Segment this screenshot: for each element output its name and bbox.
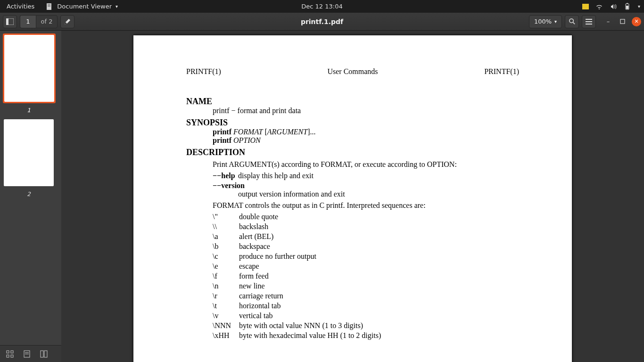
menu-button[interactable] — [582, 15, 596, 28]
escape-sequence-row: \aalert (BEL) — [213, 232, 519, 241]
svg-rect-13 — [586, 24, 592, 25]
page-viewer[interactable]: PRINTF(1) User Commands PRINTF(1) NAME p… — [61, 31, 644, 362]
svg-rect-22 — [41, 351, 43, 357]
minimize-button[interactable]: – — [603, 17, 613, 26]
clock[interactable]: Dec 12 13:04 — [301, 3, 342, 10]
svg-line-10 — [573, 22, 575, 24]
svg-rect-12 — [586, 21, 592, 22]
zoom-selector[interactable]: 100% ▾ — [529, 15, 562, 28]
header-center: User Commands — [327, 67, 378, 76]
annotate-button[interactable] — [60, 15, 74, 28]
svg-rect-3 — [48, 6, 50, 7]
total-pages-label: of 2 — [36, 15, 58, 28]
close-button[interactable]: ✕ — [632, 17, 641, 26]
header-right: PRINTF(1) — [484, 67, 519, 76]
svg-rect-1 — [48, 4, 50, 5]
zoom-value: 100% — [534, 18, 552, 25]
escape-sequence-row: \nnew line — [213, 282, 519, 290]
svg-rect-5 — [627, 3, 628, 4]
section-description: DESCRIPTION — [186, 148, 519, 157]
escape-sequence-row: \"double quote — [213, 213, 519, 221]
svg-rect-6 — [626, 6, 628, 9]
escape-sequence-row: \eescape — [213, 262, 519, 271]
document-viewer-window: 1 of 2 printf.1.pdf 100% ▾ – ✕ — [0, 13, 644, 362]
toolbar: 1 of 2 printf.1.pdf 100% ▾ – ✕ — [0, 13, 644, 31]
side-pane-toggle[interactable] — [3, 15, 17, 28]
notification-icon[interactable] — [582, 4, 589, 9]
svg-rect-8 — [6, 18, 8, 25]
svg-rect-16 — [11, 351, 13, 353]
sidebar: 1 2 — [0, 31, 61, 362]
svg-rect-14 — [620, 19, 625, 24]
document-viewer-icon — [46, 3, 53, 10]
name-line: printf − format and print data — [213, 107, 519, 115]
option-help: −−help display this help and exit — [213, 172, 519, 180]
svg-point-9 — [569, 19, 573, 23]
view-annotations-button[interactable] — [37, 348, 51, 360]
search-button[interactable] — [565, 15, 579, 28]
svg-rect-23 — [44, 351, 47, 357]
activities-button[interactable]: Activities — [0, 3, 41, 10]
wifi-icon[interactable] — [595, 3, 603, 10]
view-thumbnails-button[interactable] — [3, 348, 17, 360]
view-outline-button[interactable] — [20, 348, 34, 360]
escape-sequence-row: \NNNbyte with octal value NNN (1 to 3 di… — [213, 321, 519, 330]
thumbnail-page-2[interactable]: 2 — [3, 118, 55, 197]
sidebar-footer — [0, 345, 61, 362]
current-page-input[interactable]: 1 — [20, 15, 36, 28]
content-area: 1 2 — [0, 31, 644, 362]
option-version: −−version output version information and… — [213, 181, 519, 198]
synopsis-line-2: printf OPTION — [213, 136, 519, 145]
chevron-down-icon: ▾ — [116, 4, 118, 9]
section-synopsis: SYNOPSIS — [186, 118, 519, 128]
escape-sequence-row: \cproduce no further output — [213, 252, 519, 261]
battery-icon[interactable] — [624, 3, 631, 10]
escape-sequence-row: \xHHbyte with hexadecimal value HH (1 to… — [213, 331, 519, 340]
maximize-button[interactable] — [618, 17, 627, 26]
top-panel: Activities Document Viewer ▾ Dec 12 13:0… — [0, 0, 644, 13]
system-tray: ▾ — [582, 3, 640, 10]
escape-sequence-row: \rcarriage return — [213, 292, 519, 300]
svg-rect-11 — [586, 19, 592, 20]
svg-rect-17 — [7, 355, 9, 357]
thumbnail-label: 1 — [3, 107, 55, 114]
app-menu[interactable]: Document Viewer ▾ — [41, 3, 123, 10]
pdf-page: PRINTF(1) User Commands PRINTF(1) NAME p… — [133, 35, 572, 362]
man-header: PRINTF(1) User Commands PRINTF(1) — [186, 67, 519, 76]
chevron-down-icon: ▾ — [554, 19, 557, 24]
escape-sequence-list: \"double quote\\backslash\aalert (BEL)\b… — [186, 213, 519, 340]
escape-sequence-row: \\backslash — [213, 222, 519, 231]
section-name: NAME — [186, 97, 519, 107]
window-controls: – ✕ — [603, 17, 641, 26]
svg-rect-15 — [7, 351, 9, 353]
page-selector: 1 of 2 — [20, 15, 58, 28]
thumbnail-label: 2 — [3, 191, 55, 197]
chevron-down-icon[interactable]: ▾ — [638, 4, 640, 9]
escape-sequence-row: \fform feed — [213, 272, 519, 280]
document-title: printf.1.pdf — [301, 18, 343, 25]
description-intro: Print ARGUMENT(s) according to FORMAT, o… — [213, 160, 519, 169]
thumbnail-list: 1 2 — [0, 31, 61, 345]
escape-sequence-row: \bbackspace — [213, 242, 519, 251]
synopsis-line-1: printf FORMAT [ARGUMENT]... — [213, 128, 519, 136]
header-left: PRINTF(1) — [186, 67, 221, 76]
escape-sequence-row: \vvertical tab — [213, 312, 519, 320]
format-intro: FORMAT controls the output as in C print… — [213, 201, 519, 210]
volume-icon[interactable] — [610, 3, 617, 10]
escape-sequence-row: \thorizontal tab — [213, 302, 519, 310]
thumbnail-page-1[interactable]: 1 — [3, 33, 55, 114]
svg-rect-18 — [11, 355, 13, 357]
svg-rect-2 — [48, 5, 50, 6]
app-menu-label: Document Viewer — [57, 3, 112, 10]
